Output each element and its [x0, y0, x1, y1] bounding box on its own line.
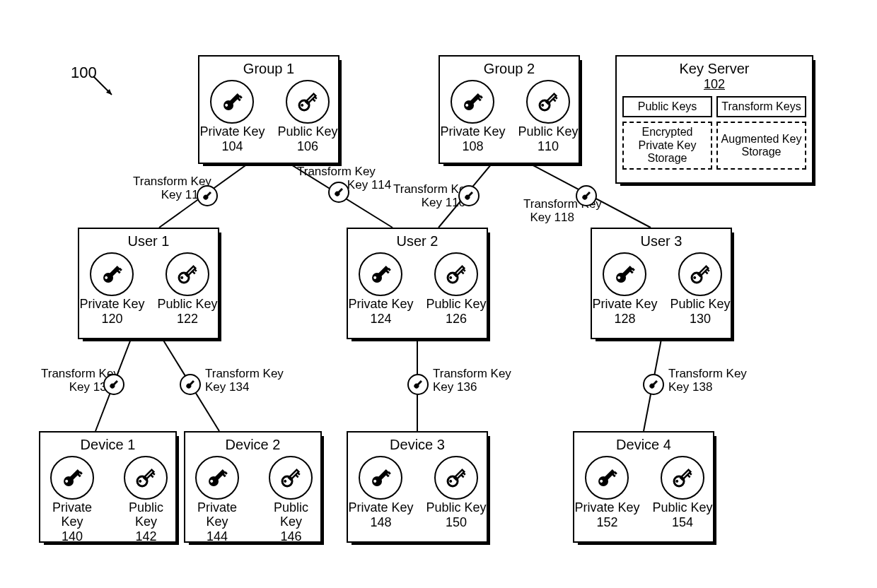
svg-point-89: [448, 479, 453, 483]
svg-point-15: [297, 98, 311, 112]
group2-title: Group 2: [440, 61, 579, 77]
private-key-icon: [195, 456, 239, 500]
transform-key-134-label: Transform Key Key 134: [205, 368, 284, 394]
device2-title: Device 2: [185, 437, 320, 453]
user3-box: User 3 Private Key 128 Public Key 130: [591, 228, 732, 339]
transform-key-138-icon: [640, 371, 667, 398]
public-key-icon: [286, 80, 330, 124]
transform-key-116-icon: [455, 182, 482, 209]
ks-public-keys: Public Keys: [622, 96, 712, 117]
device1-public-key: Public Key142: [117, 456, 175, 544]
svg-point-75: [281, 474, 295, 488]
svg-rect-66: [144, 470, 154, 480]
device3-public-key: Public Key150: [426, 456, 487, 530]
svg-rect-119: [112, 380, 118, 386]
group2-private-key: Private Key 108: [440, 80, 505, 154]
transform-key-134-icon: [177, 371, 204, 398]
private-key-icon: [50, 456, 94, 500]
svg-point-25: [538, 98, 552, 112]
svg-line-78: [298, 473, 300, 475]
svg-line-77: [296, 475, 299, 478]
svg-point-59: [692, 276, 697, 280]
private-key-icon: [359, 252, 402, 296]
svg-rect-103: [206, 192, 211, 197]
svg-rect-76: [289, 470, 299, 480]
svg-point-99: [675, 479, 679, 483]
device3-title: Device 3: [348, 437, 487, 453]
user2-title: User 2: [348, 233, 487, 249]
svg-line-58: [707, 269, 709, 271]
svg-line-97: [687, 475, 690, 478]
svg-rect-26: [546, 94, 556, 104]
svg-point-49: [448, 276, 453, 280]
transform-key-114-icon: [325, 179, 352, 206]
user2-public-key: Public Key 126: [426, 252, 487, 327]
svg-rect-16: [306, 94, 315, 104]
public-key-icon: [434, 456, 478, 500]
device4-public-key: Public Key154: [653, 456, 713, 530]
svg-point-95: [672, 474, 686, 488]
device3-box: Device 3 Private Key148 Public Key150: [347, 431, 488, 543]
svg-rect-115: [585, 192, 591, 197]
user2-private-key: Private Key 124: [348, 252, 413, 327]
group1-title: Group 1: [199, 61, 338, 77]
ks-augmented-key-storage: Augmented Key Storage: [716, 122, 806, 169]
group2-box: Group 2 Private Key 108 Public Key 110: [438, 55, 580, 164]
user1-title: User 1: [79, 233, 218, 249]
svg-point-65: [136, 474, 150, 488]
svg-rect-96: [680, 470, 690, 480]
svg-rect-107: [337, 188, 343, 194]
device1-box: Device 1 Private Key140 Public Key142: [39, 431, 177, 543]
svg-line-37: [192, 271, 195, 274]
figure-number-arrow: [91, 74, 119, 102]
group1-public-key: Public Key 106: [278, 80, 338, 154]
svg-rect-111: [467, 192, 473, 197]
private-key-icon: [90, 252, 134, 296]
svg-line-48: [463, 269, 465, 271]
transform-key-132-icon: [100, 371, 127, 398]
device1-title: Device 1: [40, 437, 175, 453]
svg-line-67: [151, 475, 154, 478]
key-server-title: Key Server: [622, 61, 806, 77]
svg-point-85: [446, 474, 460, 488]
svg-point-35: [177, 271, 191, 285]
svg-line-27: [553, 99, 556, 102]
svg-line-87: [461, 475, 464, 478]
key-server-ref: 102: [622, 77, 806, 92]
svg-rect-46: [454, 266, 464, 276]
svg-line-68: [153, 473, 155, 475]
svg-line-28: [555, 97, 557, 99]
user3-title: User 3: [592, 233, 731, 249]
transform-key-136-label: Transform Key Key 136: [433, 368, 511, 394]
user1-private-key: Private Key 120: [79, 252, 144, 327]
group2-public-key: Public Key 110: [518, 80, 579, 154]
device2-box: Device 2 Private Key144 Public Key146: [184, 431, 322, 543]
group1-private-key: Private Key 104: [199, 80, 265, 154]
device4-private-key: Private Key152: [574, 456, 639, 530]
svg-point-45: [446, 271, 460, 285]
device2-private-key: Private Key144: [185, 456, 249, 544]
user3-private-key: Private Key 128: [592, 252, 657, 327]
transform-key-118-icon: [573, 182, 600, 209]
key-server-box: Key Server 102 Public Keys Transform Key…: [615, 55, 813, 184]
user1-box: User 1 Private Key 120 Public Key 122: [78, 228, 219, 339]
public-key-icon: [661, 456, 704, 500]
svg-rect-86: [454, 470, 464, 480]
public-key-icon: [165, 252, 209, 296]
svg-line-18: [315, 97, 317, 99]
device2-public-key: Public Key146: [262, 456, 320, 544]
user2-box: User 2 Private Key 124 Public Key 126: [347, 228, 488, 339]
figure-number: 100: [71, 64, 97, 82]
user3-public-key: Public Key 130: [670, 252, 731, 327]
svg-line-88: [463, 473, 465, 475]
svg-rect-56: [698, 266, 708, 276]
svg-point-29: [540, 103, 545, 107]
public-key-icon: [434, 252, 478, 296]
svg-rect-127: [417, 380, 422, 386]
svg-line-38: [194, 269, 197, 271]
private-key-icon: [603, 252, 646, 296]
group1-box: Group 1 Private Key 104 Public Key 106: [198, 55, 339, 164]
svg-point-39: [180, 276, 184, 280]
device1-private-key: Private Key140: [40, 456, 104, 544]
svg-point-79: [284, 479, 288, 483]
